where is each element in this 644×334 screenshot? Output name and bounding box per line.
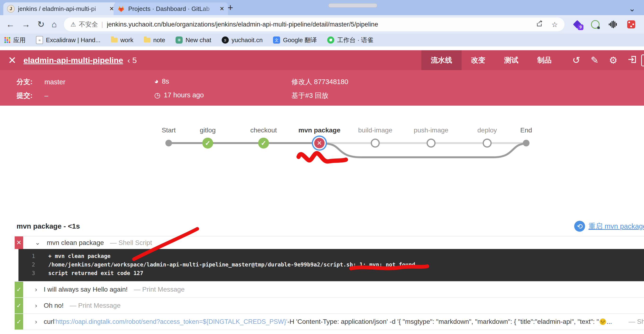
replay-info: 基于#3 回放 bbox=[292, 91, 328, 100]
line-number: 2 bbox=[18, 260, 35, 269]
stage-label-checkout: checkout bbox=[250, 126, 277, 134]
tab-tests[interactable]: 测试 bbox=[495, 50, 528, 70]
chevron-right-icon[interactable]: › bbox=[35, 286, 37, 293]
line-number: 1 bbox=[18, 252, 35, 260]
bookmark-new-chat[interactable]: ✳ New chat bbox=[176, 37, 211, 44]
bookmark-star-icon[interactable]: ☆ bbox=[552, 20, 558, 29]
line-number: 3 bbox=[18, 269, 35, 277]
step-type: — Print Message bbox=[134, 286, 184, 293]
chevron-right-icon[interactable]: › bbox=[35, 302, 37, 309]
new-tab-button[interactable]: + bbox=[228, 3, 233, 12]
yuque-icon bbox=[327, 37, 334, 44]
tab-close-icon[interactable]: ✕ bbox=[220, 6, 224, 12]
step-status-success-icon: ✓ bbox=[15, 282, 23, 297]
logout-button[interactable]: 注 bbox=[641, 55, 644, 66]
step-row-shell[interactable]: ✕ ⌄ mvn clean package — Shell Script 1 +… bbox=[15, 236, 644, 282]
browser-toolbar: ← → ↻ ⌂ ⚠ 不安全 | jenkins.yuchaoit.cn/blue… bbox=[0, 15, 644, 34]
extension-waveform-icon[interactable] bbox=[608, 20, 618, 29]
stage-node-build-image[interactable] bbox=[371, 138, 380, 147]
header-tabs: 流水线 改变 测试 制品 bbox=[421, 50, 561, 70]
stage-node-gitlog[interactable]: ✓ bbox=[202, 138, 213, 148]
bookmarks-bar: 应用 ≈ Excalidraw | Hand... work note ✳ Ne… bbox=[0, 34, 644, 46]
pipeline-graph: Start gitlog checkout mvn package build-… bbox=[0, 106, 644, 218]
tab-pipeline[interactable]: 流水线 bbox=[421, 50, 462, 70]
stage-node-end bbox=[523, 140, 530, 146]
stage-label-build-image: build-image bbox=[358, 126, 392, 134]
stage-node-start bbox=[166, 140, 172, 146]
changed-by: 修改人 877348180 bbox=[292, 77, 348, 87]
tab-jenkins[interactable]: J jenkins / eladmin-api-multi-pi ✕ bbox=[3, 2, 118, 15]
screen: J jenkins / eladmin-api-multi-pi ✕ Proje… bbox=[0, 0, 644, 334]
duration-value: 8s bbox=[162, 77, 169, 85]
replay-icon[interactable]: ↺ bbox=[572, 55, 580, 65]
back-icon[interactable]: ← bbox=[6, 20, 15, 29]
branch-label: 分支: bbox=[16, 77, 33, 87]
extension-badge: 9 bbox=[578, 24, 584, 30]
console-output[interactable]: 1 + mvn clean package 2 /home/jenkins/ag… bbox=[18, 249, 644, 281]
bookmark-yuque[interactable]: 工作台 · 语雀 bbox=[327, 36, 373, 44]
address-bar[interactable]: ⚠ 不安全 | jenkins.yuchaoit.cn/blue/organiz… bbox=[64, 18, 564, 31]
bookmark-excalidraw[interactable]: ≈ Excalidraw | Hand... bbox=[36, 36, 100, 44]
tab-changes[interactable]: 改变 bbox=[462, 50, 495, 70]
log-title-row: mvn package - <1s ⟲ 重启 mvn package bbox=[15, 218, 644, 236]
stage-node-deploy[interactable] bbox=[483, 138, 492, 147]
yuchaoit-icon: s bbox=[222, 37, 229, 44]
tab-gitlab[interactable]: Projects · Dashboard · GitLab ✕ bbox=[114, 2, 228, 15]
run-number: ‹ 5 bbox=[127, 56, 137, 65]
dingtalk-url-link[interactable]: 'https://oapi.dingtalk.com/robot/send?ac… bbox=[54, 318, 288, 325]
step-status-success-icon: ✓ bbox=[15, 298, 23, 313]
bookmark-folder-work[interactable]: work bbox=[111, 37, 134, 44]
chevron-right-icon[interactable]: › bbox=[35, 318, 37, 325]
browser-tab-strip: J jenkins / eladmin-api-multi-pi ✕ Proje… bbox=[0, 0, 644, 15]
step-row-curl[interactable]: ✓ › curl 'https://oapi.dingtalk.com/robo… bbox=[15, 314, 644, 330]
stage-node-push-image[interactable] bbox=[426, 138, 436, 147]
step-status-failed-icon: ✕ bbox=[15, 236, 23, 249]
exit-icon[interactable] bbox=[628, 55, 637, 65]
step-row-print-hello[interactable]: ✓ › I will always say Hello again! — Pri… bbox=[15, 282, 644, 298]
folder-icon bbox=[111, 38, 118, 42]
stage-label-end: End bbox=[520, 126, 532, 134]
extension-purple-icon[interactable]: 9 bbox=[572, 20, 582, 29]
bookmark-apps[interactable]: 应用 bbox=[4, 36, 26, 44]
extensions-bar: 9 bbox=[572, 20, 636, 29]
step-type: — Shell Script bbox=[110, 239, 152, 247]
step-status-success-icon: ✓ bbox=[15, 314, 23, 329]
url-text[interactable]: jenkins.yuchaoit.cn/blue/organizations/j… bbox=[107, 21, 378, 28]
pipeline-name-link[interactable]: eladmin-api-multi-pipeline bbox=[24, 56, 123, 65]
gitlab-favicon-icon bbox=[117, 5, 125, 13]
chevron-down-icon[interactable]: ⌄ bbox=[35, 239, 40, 246]
tab-search-chevron-icon[interactable]: ⌄ bbox=[629, 4, 636, 13]
step-type: — Print Message bbox=[70, 302, 121, 309]
stage-result-title: mvn package - <1s bbox=[16, 222, 80, 230]
bookmark-folder-note[interactable]: note bbox=[144, 37, 166, 44]
share-icon[interactable] bbox=[536, 20, 544, 29]
restart-stage[interactable]: ⟲ 重启 mvn package bbox=[574, 221, 644, 232]
stage-node-checkout[interactable]: ✓ bbox=[258, 138, 269, 148]
jenkins-favicon-icon: J bbox=[7, 5, 15, 13]
step-row-print-ohno[interactable]: ✓ › Oh no! — Print Message bbox=[15, 298, 644, 314]
extension-dice-icon[interactable] bbox=[626, 20, 636, 29]
not-secure-warning-icon: ⚠ bbox=[70, 21, 76, 28]
extension-search-person-icon[interactable] bbox=[590, 20, 600, 29]
tab-artifacts[interactable]: 制品 bbox=[528, 50, 561, 70]
home-icon[interactable]: ⌂ bbox=[52, 20, 57, 29]
branch-value: master bbox=[44, 78, 66, 86]
restart-link[interactable]: 重启 mvn package bbox=[588, 222, 644, 231]
time-ago: 17 hours ago bbox=[164, 91, 204, 99]
bookmark-google-translate[interactable]: 文 Google 翻译 bbox=[273, 36, 317, 44]
forward-icon[interactable]: → bbox=[22, 20, 30, 29]
bookmark-yuchaoit[interactable]: s yuchaoit.cn bbox=[222, 37, 263, 44]
jenkins-header: ✕ eladmin-api-multi-pipeline ‹ 5 流水线 改变 … bbox=[0, 50, 644, 70]
stage-label-deploy: deploy bbox=[478, 126, 497, 134]
google-translate-icon: 文 bbox=[273, 37, 280, 44]
stage-node-mvn-package[interactable]: ✕ bbox=[314, 138, 324, 148]
reload-icon[interactable]: ↻ bbox=[38, 20, 44, 29]
edit-pencil-icon[interactable]: ✎ bbox=[591, 55, 599, 65]
url-divider: | bbox=[101, 21, 103, 28]
tab-title: Projects · Dashboard · GitLab bbox=[128, 5, 217, 13]
tab-close-icon[interactable]: ✕ bbox=[109, 6, 114, 12]
chatgpt-icon: ✳ bbox=[176, 37, 183, 44]
clock-icon: ◷ bbox=[154, 91, 160, 99]
settings-gear-icon[interactable]: ⚙ bbox=[609, 55, 618, 65]
close-icon[interactable]: ✕ bbox=[8, 55, 16, 66]
